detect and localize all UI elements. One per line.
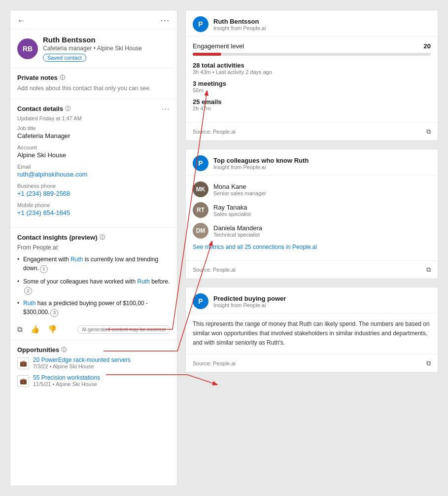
insight2-name[interactable]: Ruth <box>137 278 149 285</box>
insight1-before: Engagement with <box>23 256 70 263</box>
buying-power-card-header: P Predicted buying power Insight from Pe… <box>186 287 438 314</box>
opportunity-title-1[interactable]: 20 PowerEdge rack-mounted servers <box>33 356 131 363</box>
opportunity-title-2[interactable]: 55 Precision workstations <box>33 374 100 381</box>
meetings-sub: 56m <box>193 87 431 93</box>
colleague-avatar-1: MK <box>193 181 208 197</box>
insight-item-2: Some of your colleagues have worked with… <box>17 277 170 295</box>
engagement-source: Source: People.ai <box>193 129 236 135</box>
buying-power-card-subtitle: Insight from People.ai <box>213 302 286 308</box>
saved-badge: Saved contact <box>43 54 86 62</box>
insight2-badge[interactable]: 2 <box>24 287 32 295</box>
buying-power-card-avatar: P <box>193 293 208 309</box>
colleague-name-1: Mona Kane <box>213 183 266 190</box>
engagement-card-body: Engagement level 20 28 total activities … <box>186 36 438 122</box>
buying-power-card: P Predicted buying power Insight from Pe… <box>185 287 438 373</box>
job-title-label: Job title <box>17 125 170 131</box>
private-notes-info-icon[interactable]: ⓘ <box>60 74 65 81</box>
colleague-item-3: DM Daniela Mandera Technical specialist <box>193 223 431 239</box>
colleague-info-3: Daniela Mandera Technical specialist <box>213 224 262 238</box>
contact-details-info-icon[interactable]: ⓘ <box>65 105 70 112</box>
contact-details-more-button[interactable]: ··· <box>162 105 170 112</box>
mobile-phone-item: Mobile phone +1 (234) 654-1645 <box>17 202 170 216</box>
engagement-score: 20 <box>424 42 431 50</box>
colleagues-card-title: Top colleagues who know Ruth <box>213 157 309 164</box>
thumbup-icon[interactable]: 👍 <box>31 325 40 334</box>
insights-info-icon[interactable]: ⓘ <box>100 234 105 241</box>
emails-title: 25 emails <box>193 98 431 106</box>
meetings-stat: 3 meetings 56m <box>193 80 431 93</box>
colleague-name-3: Daniela Mandera <box>213 224 262 232</box>
colleague-avatar-3: DM <box>193 223 208 239</box>
engagement-card-footer: Source: People.ai ⧉ <box>186 122 438 141</box>
buying-power-source: Source: People.ai <box>193 360 236 366</box>
mobile-phone-value[interactable]: +1 (234) 654-1645 <box>17 209 170 216</box>
thumbdown-icon[interactable]: 👎 <box>48 325 57 334</box>
copy-icon[interactable]: ⧉ <box>17 325 23 334</box>
insight-list: Engagement with Ruth is currently low an… <box>17 255 170 317</box>
colleague-item-2: RT Ray Tanaka Sales specialist <box>193 202 431 218</box>
opportunity-meta-2: 11/5/21 • Alpine Ski House <box>33 381 100 387</box>
business-phone-value[interactable]: +1 (234) 889-2568 <box>17 190 170 197</box>
activities-stat: 28 total activities 3h 43m • Last activi… <box>193 62 431 75</box>
engagement-card-header-text: Ruth Bentsson Insight from People.ai <box>213 18 266 31</box>
opportunity-icon-2: 💼 <box>17 375 29 387</box>
insight1-badge[interactable]: 1 <box>40 265 48 273</box>
avatar: RB <box>17 38 38 59</box>
colleagues-card-body: MK Mona Kane Senior sales manager RT Ray… <box>186 176 438 260</box>
insight3-after: has a predicted buying power of $100,00 … <box>23 300 148 316</box>
engagement-external-link-icon[interactable]: ⧉ <box>426 128 431 136</box>
colleague-name-2: Ray Tanaka <box>213 204 251 211</box>
insight1-name[interactable]: Ruth <box>70 256 83 263</box>
colleagues-external-link-icon[interactable]: ⧉ <box>426 266 431 274</box>
opportunities-title: Opportunities ⓘ <box>17 346 170 354</box>
buying-power-card-title: Predicted buying power <box>213 295 286 302</box>
engagement-card-subtitle: Insight from People.ai <box>213 25 266 31</box>
colleague-info-2: Ray Tanaka Sales specialist <box>213 204 251 217</box>
engagement-level-row: Engagement level 20 <box>193 42 431 50</box>
engagement-card-avatar: P <box>193 16 208 32</box>
job-title-value: Cafeteria Manager <box>17 132 170 140</box>
engagement-card: P Ruth Bentsson Insight from People.ai E… <box>185 10 438 141</box>
emails-sub: 2h 47m <box>193 106 431 111</box>
account-label: Account <box>17 144 170 150</box>
opportunities-info-icon[interactable]: ⓘ <box>61 346 67 354</box>
insight-item-1: Engagement with Ruth is currently low an… <box>17 255 170 273</box>
account-value: Alpine Ski House <box>17 151 170 159</box>
contact-details-section: Contact details ⓘ ··· Updated Friday at … <box>10 99 177 228</box>
colleague-item-1: MK Mona Kane Senior sales manager <box>193 181 431 197</box>
colleague-role-2: Sales specialist <box>213 211 251 217</box>
colleagues-card: P Top colleagues who know Ruth Insight f… <box>185 149 438 279</box>
more-button[interactable]: ··· <box>161 16 170 25</box>
contact-header: RB Ruth Bentsson Cafeteria manager • Alp… <box>10 30 177 68</box>
colleague-avatar-2: RT <box>193 202 208 218</box>
private-notes-section: Private notes ⓘ Add notes about this con… <box>10 68 177 99</box>
buying-power-text: This represents the range of money that … <box>193 319 431 348</box>
buying-power-external-link-icon[interactable]: ⧉ <box>426 359 431 367</box>
email-value[interactable]: ruth@alpinskihouse.com <box>17 171 170 178</box>
opportunity-icon-1: 💼 <box>17 357 29 369</box>
insight-actions: ⧉ 👍 👎 AI-generated content may be incorr… <box>17 322 170 334</box>
see-metrics-link[interactable]: See metrics and all 25 connections in Pe… <box>193 244 431 250</box>
insight-item-3: Ruth has a predicted buying power of $10… <box>17 299 170 317</box>
colleague-role-3: Technical specialist <box>213 232 262 238</box>
engagement-card-header: P Ruth Bentsson Insight from People.ai <box>186 10 438 36</box>
colleagues-card-header-text: Top colleagues who know Ruth Insight fro… <box>213 157 309 170</box>
contact-details-header: Contact details ⓘ ··· <box>17 105 170 112</box>
opportunity-meta-1: 7/3/22 • Alpine Ski House <box>33 363 131 369</box>
contact-details-title: Contact details ⓘ <box>17 105 70 112</box>
ai-disclaimer: AI-generated content may be incorrect <box>77 325 170 334</box>
contact-insights-title: Contact insights (preview) ⓘ <box>17 234 170 241</box>
emails-stat: 25 emails 2h 47m <box>193 98 431 111</box>
email-item: Email ruth@alpinskihouse.com <box>17 164 170 178</box>
insight3-name[interactable]: Ruth <box>23 300 35 307</box>
action-icons: ⧉ 👍 👎 <box>17 325 57 334</box>
business-phone-item: Business phone +1 (234) 889-2568 <box>17 183 170 197</box>
colleagues-card-avatar: P <box>193 155 208 171</box>
opportunities-section: Opportunities ⓘ 💼 20 PowerEdge rack-moun… <box>10 340 177 398</box>
insight3-badge[interactable]: 3 <box>50 309 58 317</box>
insight2-before: Some of your colleagues have worked with <box>23 278 137 285</box>
back-button[interactable]: ← <box>17 16 25 25</box>
opportunity-details-1: 20 PowerEdge rack-mounted servers 7/3/22… <box>33 356 131 369</box>
private-notes-placeholder: Add notes about this contact that only y… <box>17 84 170 93</box>
progress-bar-bg <box>193 53 431 56</box>
